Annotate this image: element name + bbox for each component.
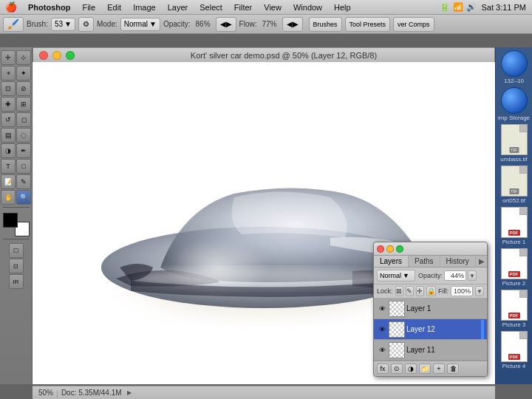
menu-image[interactable]: Image: [127, 0, 162, 14]
desktop-label-pic3: Picture 3: [502, 321, 526, 328]
layer-visibility-11[interactable]: 👁: [377, 345, 387, 355]
notes-tool[interactable]: 📝: [1, 174, 16, 189]
tab-paths[interactable]: Paths: [409, 256, 440, 267]
flow-value: 77%: [259, 20, 279, 28]
menu-photoshop[interactable]: Photoshop: [22, 0, 76, 14]
menu-view[interactable]: View: [258, 0, 287, 14]
brush-options-btn[interactable]: ⚙: [78, 17, 94, 32]
opacity-label: Opacity:: [163, 20, 191, 28]
tool-presets-btn[interactable]: Tool Presets: [345, 17, 391, 32]
layer-comps-btn[interactable]: ver Comps: [393, 17, 434, 32]
menu-edit[interactable]: Edit: [101, 0, 127, 14]
opacity-arrow[interactable]: ▼: [468, 270, 477, 281]
foreground-color[interactable]: [3, 213, 18, 228]
desktop-item-ort052[interactable]: TIF ort052.tif: [497, 166, 531, 204]
crop-tool[interactable]: ⊡: [1, 81, 16, 96]
menu-filter[interactable]: Filter: [228, 0, 258, 14]
pen-tool[interactable]: ✒: [16, 143, 31, 158]
tif-icon-2: TIF: [501, 166, 528, 197]
lock-transparent-btn[interactable]: ⊠: [395, 286, 403, 296]
desktop-item-pic4[interactable]: PDF Picture 4: [497, 331, 531, 369]
type-tool[interactable]: T: [1, 159, 16, 174]
minimize-button[interactable]: [52, 51, 61, 60]
maximize-button[interactable]: [66, 51, 75, 60]
lock-image-btn[interactable]: ✎: [406, 286, 414, 296]
flow-stepper[interactable]: ◀▶: [282, 17, 303, 32]
menu-window[interactable]: Window: [287, 0, 328, 14]
gradient-tool[interactable]: ▤: [1, 128, 16, 143]
eraser-tool[interactable]: ◻: [16, 112, 31, 127]
desktop-item-umbass[interactable]: TIF umbass.tif: [497, 124, 531, 163]
status-arrow[interactable]: ▶: [125, 389, 134, 398]
menu-layer[interactable]: Layer: [162, 0, 194, 14]
new-layer-btn[interactable]: +: [433, 364, 445, 374]
menu-select[interactable]: Select: [194, 0, 228, 14]
brush-tool-icon[interactable]: 🖌️: [3, 17, 24, 32]
status-bar: 50% | Doc: 5.35M/44.1M ▶: [33, 386, 495, 399]
layers-panel-expand[interactable]: ▶: [476, 256, 488, 267]
fill-arrow[interactable]: ▼: [475, 286, 484, 296]
delete-layer-btn[interactable]: 🗑: [447, 364, 459, 374]
layer-visibility-1[interactable]: 👁: [377, 304, 387, 314]
layer-name-12: Layer 12: [406, 325, 480, 333]
layer-visibility-12[interactable]: 👁: [377, 324, 387, 335]
magic-wand-tool[interactable]: ✦: [16, 66, 31, 81]
layer-group-btn[interactable]: 📁: [419, 364, 431, 374]
opacity-stepper[interactable]: ◀▶: [216, 17, 236, 32]
fill-value[interactable]: 100%: [451, 286, 473, 296]
tif-icon-1: TIF: [501, 124, 528, 155]
layer-row-1[interactable]: 👁 Layer 1: [374, 299, 487, 319]
layer-row-12[interactable]: 👁 Layer 12: [374, 319, 487, 340]
opacity-value[interactable]: 44%: [444, 270, 466, 281]
brush-size-dropdown[interactable]: 53 ▼: [51, 18, 75, 31]
tools-panel: ✛ ⊹ ⌖ ✦ ⊡ ⊘ ✚ ⊞ ↺ ◻ ▤ ◌ ◑ ✒ T □: [0, 47, 33, 384]
lasso-tool[interactable]: ⌖: [1, 66, 16, 81]
document-size: Doc: 5.35M/44.1M: [61, 389, 122, 397]
move-tool[interactable]: ✛: [1, 50, 16, 65]
selection-tool[interactable]: ⊹: [16, 50, 31, 65]
mode-dropdown[interactable]: Normal ▼: [120, 18, 160, 31]
pdf-icon-1: PDF: [501, 207, 528, 238]
desktop-icons-panel: 132–10 imp Storage TIF umbass.tif TIF or…: [495, 47, 532, 384]
close-button[interactable]: [39, 51, 48, 60]
history-brush[interactable]: ↺: [1, 112, 16, 127]
layers-minimize-btn[interactable]: [386, 245, 394, 253]
quick-mask-btn[interactable]: ☐: [9, 243, 24, 258]
brushes-btn[interactable]: Brushes: [309, 17, 342, 32]
shape-tool[interactable]: □: [16, 159, 31, 174]
zoom-tool[interactable]: 🔍: [16, 190, 31, 205]
slice-tool[interactable]: ⊘: [16, 81, 31, 96]
stamp-tool[interactable]: ⊞: [16, 97, 31, 112]
desktop-item-pic3[interactable]: PDF Picture 3: [497, 290, 531, 328]
desktop-item-storage[interactable]: imp Storage: [497, 87, 531, 121]
tab-history[interactable]: History: [440, 256, 476, 267]
opacity-control: Opacity: 44% ▼: [418, 270, 484, 281]
opacity-value: 86%: [194, 20, 213, 28]
adjustment-layer-btn[interactable]: ◑: [405, 364, 417, 374]
layer-thumbnail-1: [389, 301, 405, 317]
lock-position-btn[interactable]: ✛: [416, 286, 424, 296]
hand-tool[interactable]: ✋: [1, 190, 16, 205]
desktop-item-pic1[interactable]: PDF Picture 1: [497, 207, 531, 245]
layer-mask-btn[interactable]: ⊙: [391, 364, 403, 374]
imagready-btn[interactable]: IR: [9, 274, 24, 289]
eyedropper-tool[interactable]: ✎: [16, 174, 31, 189]
layer-row-11[interactable]: 👁 Layer 11: [374, 340, 487, 361]
desktop-item-pic2[interactable]: PDF Picture 2: [497, 248, 531, 287]
apple-menu[interactable]: 🍎: [0, 1, 22, 13]
desktop-label-132: 132–10: [504, 78, 524, 84]
layers-close-btn[interactable]: [377, 245, 384, 253]
heal-tool[interactable]: ✚: [1, 97, 16, 112]
blur-tool[interactable]: ◌: [16, 128, 31, 143]
dodge-tool[interactable]: ◑: [1, 143, 16, 158]
tab-layers[interactable]: Layers: [374, 256, 409, 267]
menu-help[interactable]: Help: [328, 0, 357, 14]
layer-style-btn[interactable]: fx: [377, 364, 389, 374]
desktop-item-132[interactable]: 132–10: [497, 50, 531, 84]
layers-maximize-btn[interactable]: [396, 245, 403, 253]
menu-file[interactable]: File: [76, 0, 101, 14]
blend-mode-dropdown[interactable]: Normal ▼: [377, 270, 415, 282]
desktop-label-umbass: umbass.tif: [500, 156, 527, 163]
screen-mode-btn[interactable]: ⊡: [9, 259, 24, 273]
lock-all-btn[interactable]: 🔒: [426, 286, 436, 296]
